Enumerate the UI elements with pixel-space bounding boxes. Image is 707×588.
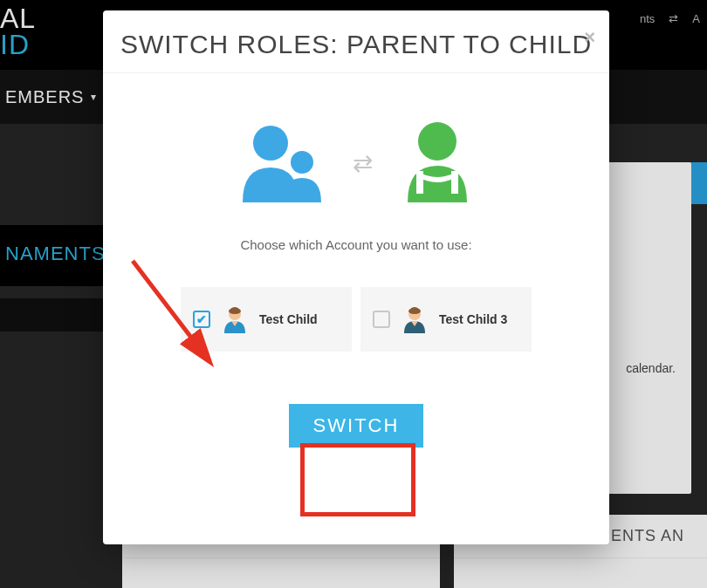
checkbox-checked-icon[interactable]: [193, 311, 210, 328]
account-option-test-child-3[interactable]: Test Child 3: [360, 287, 532, 352]
child-icon: [395, 115, 479, 211]
option-label: Test Child: [259, 312, 318, 326]
modal-body: ⇄ Choose which Account you want to use:: [103, 115, 609, 448]
account-option-test-child[interactable]: Test Child: [181, 287, 352, 352]
checkbox-unchecked-icon[interactable]: [373, 311, 390, 328]
option-label: Test Child 3: [439, 312, 507, 326]
parent-group-icon: [234, 115, 330, 211]
close-icon[interactable]: ×: [584, 26, 595, 49]
avatar-icon: [401, 305, 429, 333]
modal-instruction: Choose which Account you want to use:: [103, 237, 609, 252]
account-options: Test Child Test Child 3: [103, 287, 609, 352]
swap-icon: ⇄: [353, 149, 373, 178]
svg-point-0: [253, 126, 288, 161]
modal-header: SWITCH ROLES: PARENT TO CHILD ×: [103, 10, 609, 73]
svg-point-1: [291, 151, 313, 174]
switch-roles-modal: SWITCH ROLES: PARENT TO CHILD × ⇄: [103, 10, 609, 544]
switch-button[interactable]: SWITCH: [289, 404, 424, 448]
avatar-icon: [221, 305, 249, 333]
svg-point-2: [418, 122, 456, 161]
modal-icon-row: ⇄: [103, 115, 609, 211]
modal-title: SWITCH ROLES: PARENT TO CHILD: [103, 10, 609, 59]
